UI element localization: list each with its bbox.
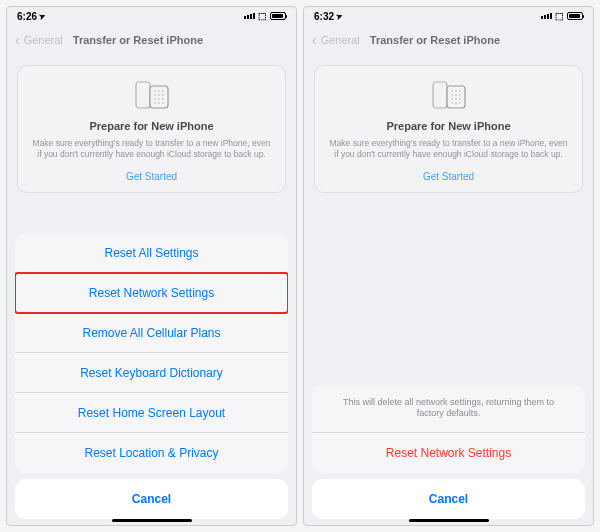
prepare-card: Prepare for New iPhone Make sure everyth… bbox=[314, 65, 583, 193]
devices-icon bbox=[327, 80, 570, 112]
location-icon: ➤ bbox=[335, 11, 345, 22]
wifi-icon: ⬚ bbox=[258, 11, 267, 21]
home-indicator[interactable] bbox=[409, 519, 489, 522]
svg-point-10 bbox=[162, 98, 164, 100]
status-time: 6:26 bbox=[17, 11, 37, 22]
page-title: Transfer or Reset iPhone bbox=[370, 34, 500, 46]
svg-point-23 bbox=[455, 98, 457, 100]
svg-point-17 bbox=[455, 90, 457, 92]
cellular-icon bbox=[541, 13, 552, 19]
action-sheet-overlay: Reset All Settings Reset Network Setting… bbox=[7, 227, 296, 525]
svg-rect-15 bbox=[447, 86, 465, 108]
back-chevron-icon[interactable]: ‹ bbox=[15, 32, 20, 48]
svg-point-2 bbox=[154, 90, 156, 92]
svg-point-7 bbox=[162, 94, 164, 96]
svg-rect-14 bbox=[433, 82, 447, 108]
back-chevron-icon[interactable]: ‹ bbox=[312, 32, 317, 48]
confirm-sheet-overlay: This will delete all network settings, r… bbox=[304, 379, 593, 525]
reset-location-privacy-option[interactable]: Reset Location & Privacy bbox=[15, 433, 288, 473]
card-title: Prepare for New iPhone bbox=[30, 120, 273, 132]
nav-bar: ‹ General Transfer or Reset iPhone bbox=[304, 25, 593, 55]
confirm-sheet: This will delete all network settings, r… bbox=[312, 385, 585, 473]
svg-point-20 bbox=[455, 94, 457, 96]
reset-action-sheet: Reset All Settings Reset Network Setting… bbox=[15, 233, 288, 473]
cancel-button[interactable]: Cancel bbox=[312, 479, 585, 519]
reset-all-settings-option[interactable]: Reset All Settings bbox=[15, 233, 288, 273]
reset-network-settings-option[interactable]: Reset Network Settings bbox=[15, 273, 288, 313]
battery-icon bbox=[270, 12, 286, 20]
svg-point-18 bbox=[459, 90, 461, 92]
svg-point-27 bbox=[459, 102, 461, 104]
cancel-button[interactable]: Cancel bbox=[15, 479, 288, 519]
status-indicators: ⬚ bbox=[244, 11, 286, 21]
svg-point-21 bbox=[459, 94, 461, 96]
get-started-link[interactable]: Get Started bbox=[327, 171, 570, 182]
confirm-message: This will delete all network settings, r… bbox=[312, 385, 585, 433]
reset-home-screen-option[interactable]: Reset Home Screen Layout bbox=[15, 393, 288, 433]
svg-point-25 bbox=[451, 102, 453, 104]
svg-point-5 bbox=[154, 94, 156, 96]
svg-point-24 bbox=[459, 98, 461, 100]
wifi-icon: ⬚ bbox=[555, 11, 564, 21]
content: Prepare for New iPhone Make sure everyth… bbox=[304, 55, 593, 203]
home-indicator[interactable] bbox=[112, 519, 192, 522]
status-time: 6:32 bbox=[314, 11, 334, 22]
reset-keyboard-dictionary-option[interactable]: Reset Keyboard Dictionary bbox=[15, 353, 288, 393]
svg-point-8 bbox=[154, 98, 156, 100]
svg-point-11 bbox=[154, 102, 156, 104]
phone-left: 6:26 ➤ ⬚ ‹ General Transfer or Reset iPh… bbox=[6, 6, 297, 526]
content: Prepare for New iPhone Make sure everyth… bbox=[7, 55, 296, 203]
phone-right: 6:32 ➤ ⬚ ‹ General Transfer or Reset iPh… bbox=[303, 6, 594, 526]
nav-bar: ‹ General Transfer or Reset iPhone bbox=[7, 25, 296, 55]
svg-point-4 bbox=[162, 90, 164, 92]
svg-point-19 bbox=[451, 94, 453, 96]
battery-icon bbox=[567, 12, 583, 20]
location-icon: ➤ bbox=[38, 11, 48, 22]
svg-rect-1 bbox=[150, 86, 168, 108]
reset-network-settings-confirm[interactable]: Reset Network Settings bbox=[312, 433, 585, 473]
page-title: Transfer or Reset iPhone bbox=[73, 34, 203, 46]
prepare-card: Prepare for New iPhone Make sure everyth… bbox=[17, 65, 286, 193]
back-button[interactable]: General bbox=[321, 34, 360, 46]
svg-point-6 bbox=[158, 94, 160, 96]
card-title: Prepare for New iPhone bbox=[327, 120, 570, 132]
back-button[interactable]: General bbox=[24, 34, 63, 46]
svg-rect-0 bbox=[136, 82, 150, 108]
svg-point-3 bbox=[158, 90, 160, 92]
status-indicators: ⬚ bbox=[541, 11, 583, 21]
svg-point-16 bbox=[451, 90, 453, 92]
status-bar: 6:32 ➤ ⬚ bbox=[304, 7, 593, 25]
cellular-icon bbox=[244, 13, 255, 19]
svg-point-13 bbox=[162, 102, 164, 104]
status-bar: 6:26 ➤ ⬚ bbox=[7, 7, 296, 25]
devices-icon bbox=[30, 80, 273, 112]
svg-point-26 bbox=[455, 102, 457, 104]
card-description: Make sure everything's ready to transfer… bbox=[30, 138, 273, 161]
remove-cellular-plans-option[interactable]: Remove All Cellular Plans bbox=[15, 313, 288, 353]
svg-point-9 bbox=[158, 98, 160, 100]
svg-point-12 bbox=[158, 102, 160, 104]
svg-point-22 bbox=[451, 98, 453, 100]
get-started-link[interactable]: Get Started bbox=[30, 171, 273, 182]
card-description: Make sure everything's ready to transfer… bbox=[327, 138, 570, 161]
